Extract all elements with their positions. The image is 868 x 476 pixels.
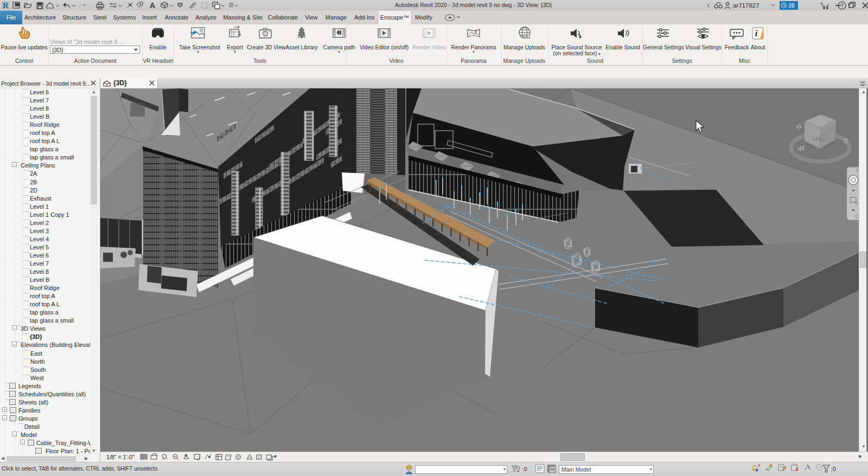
svg-text:ar717827: ar717827 <box>733 2 760 9</box>
svg-text:A: A <box>150 1 155 10</box>
svg-text:i: i <box>755 29 758 38</box>
svg-text:R: R <box>3 1 9 10</box>
svg-text:28: 28 <box>788 2 795 9</box>
